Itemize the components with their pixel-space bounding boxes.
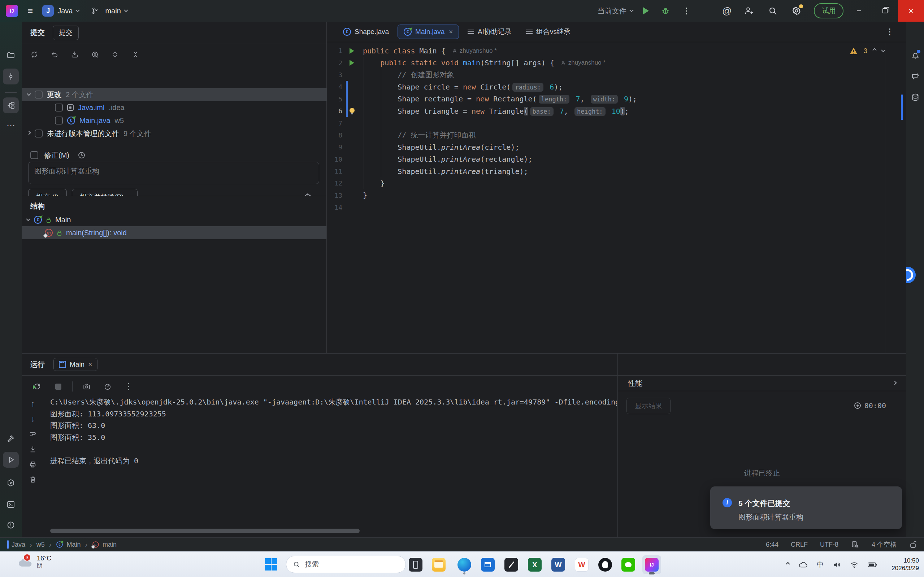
taskbar-app-store[interactable]: [478, 555, 497, 574]
breadcrumb-item-w5[interactable]: w5: [37, 541, 45, 548]
taskbar-app-paint[interactable]: [502, 555, 521, 574]
breadcrumb-item-Java[interactable]: Java: [7, 541, 25, 548]
tool-window-button-database[interactable]: [907, 90, 923, 105]
file-search-icon[interactable]: [851, 540, 859, 549]
tool-window-button-build[interactable]: [3, 430, 19, 446]
breadcrumb-item-Main[interactable]: CMain: [56, 540, 81, 548]
editor-options-kebab[interactable]: ⋮: [885, 27, 894, 37]
taskbar-app-word[interactable]: W: [549, 555, 568, 574]
clear-icon[interactable]: [27, 474, 39, 486]
rollback-icon[interactable]: [48, 48, 61, 61]
project-widget[interactable]: J Java: [42, 5, 79, 16]
chevron-down-icon[interactable]: [26, 217, 30, 221]
code-line-11[interactable]: 11 ShapeUtil.printArea(triangle);: [327, 165, 906, 177]
taskbar-app-phone-link[interactable]: [406, 555, 425, 574]
structure-class-row[interactable]: C Main: [22, 213, 326, 226]
up-icon[interactable]: ↑: [27, 398, 39, 410]
settings-button[interactable]: [790, 4, 803, 17]
tool-window-button-run[interactable]: [3, 452, 19, 467]
run-config-selector[interactable]: 当前文件: [598, 6, 633, 16]
taskbar-app-file-explorer[interactable]: [429, 555, 448, 574]
code-line-1[interactable]: 1public class Main {zhuyanshuo *: [327, 45, 906, 56]
taskbar-clock[interactable]: 10:50 2026/3/29: [892, 557, 919, 572]
taskbar-app-intellij[interactable]: IJ: [642, 555, 661, 574]
code-line-3[interactable]: 3 // 创建图形对象: [327, 69, 906, 81]
close-icon[interactable]: ×: [88, 361, 92, 368]
debug-button[interactable]: [659, 4, 672, 17]
code-line-7[interactable]: 7: [327, 117, 906, 129]
down-icon[interactable]: ↓: [27, 413, 39, 425]
file-checkbox[interactable]: [55, 103, 63, 111]
main-menu-button[interactable]: ≡: [27, 6, 33, 16]
scroll-end-icon[interactable]: [27, 443, 39, 455]
tool-window-button-project-folder[interactable]: [3, 47, 19, 63]
soft-wrap-icon[interactable]: [27, 428, 39, 440]
chevron-down-icon[interactable]: [27, 92, 31, 96]
intention-bulb-icon[interactable]: [349, 108, 355, 113]
volume-icon[interactable]: [833, 561, 841, 568]
console-output[interactable]: C:\Users\朱彦硕\.jdks\openjdk-25.0.2\bin\ja…: [50, 397, 617, 468]
refresh-icon[interactable]: [27, 48, 41, 61]
ai-assistant-button[interactable]: @: [722, 5, 732, 16]
chevron-right-icon[interactable]: [27, 131, 31, 135]
console-horizontal-scrollbar[interactable]: [50, 529, 360, 533]
tool-window-button-more[interactable]: ⋯: [3, 118, 19, 134]
editor-tab-Shape.java[interactable]: CShape.java: [337, 25, 395, 39]
commit-message-input[interactable]: 图形面积计算器重构: [28, 162, 319, 184]
profiler-camera-icon[interactable]: [80, 380, 94, 393]
changed-file-row[interactable]: Java.iml.idea: [22, 101, 327, 114]
taskbar-app-qq[interactable]: [596, 555, 615, 574]
taskbar-app-wps[interactable]: W: [572, 555, 591, 574]
code-line-14[interactable]: 14: [327, 201, 906, 213]
caret-position[interactable]: 6:44: [766, 541, 779, 548]
indent-setting[interactable]: 4 个空格: [872, 540, 897, 549]
tool-window-button-problems[interactable]: [3, 517, 19, 533]
unversioned-checkbox[interactable]: [35, 129, 43, 137]
file-checkbox[interactable]: [55, 116, 63, 124]
taskbar-search[interactable]: 搜索: [286, 556, 406, 573]
minimize-button[interactable]: −: [846, 0, 872, 22]
network-icon[interactable]: [850, 561, 858, 568]
code-line-9[interactable]: 9 ShapeUtil.printArea(circle);: [327, 141, 906, 153]
changes-checkbox[interactable]: [35, 90, 43, 98]
rerun-icon[interactable]: [30, 380, 44, 393]
history-clock-icon[interactable]: [75, 149, 88, 162]
changed-file-row[interactable]: CMain.javaw5: [22, 114, 327, 127]
close-icon[interactable]: ×: [449, 28, 453, 36]
stop-icon[interactable]: [51, 380, 65, 393]
taskbar-app-excel[interactable]: X: [525, 555, 544, 574]
code-with-me-button[interactable]: [742, 4, 755, 17]
print-icon[interactable]: [27, 458, 39, 471]
tool-window-button-structure[interactable]: [3, 97, 19, 113]
commit-changes-icon[interactable]: [68, 48, 82, 61]
weather-widget[interactable]: 3 16°C 阴: [18, 554, 51, 570]
run-line-icon[interactable]: [349, 48, 354, 54]
battery-icon[interactable]: [867, 562, 877, 567]
code-line-5[interactable]: 5 Shape rectangle = new Rectangle(length…: [327, 93, 906, 105]
editor-tab-组合vs继承[interactable]: 组合vs继承: [520, 24, 576, 39]
line-separator[interactable]: CRLF: [791, 541, 808, 548]
editor-tab-Main.java[interactable]: CMain.java×: [397, 24, 459, 39]
run-line-icon[interactable]: [349, 60, 354, 66]
file-encoding[interactable]: UTF-8: [820, 541, 838, 548]
taskbar-app-wechat[interactable]: [619, 555, 638, 574]
start-button[interactable]: [265, 558, 277, 571]
more-vertical-icon[interactable]: ⋮: [122, 380, 136, 393]
chevron-right-icon[interactable]: [893, 381, 897, 385]
tool-window-button-notifications[interactable]: [907, 47, 923, 63]
notification-toast[interactable]: i 5 个文件已提交 图形面积计算器重构: [710, 487, 902, 529]
show-results-button[interactable]: 显示结果: [627, 398, 670, 414]
amend-checkbox[interactable]: [30, 151, 38, 159]
trial-button[interactable]: 试用: [814, 3, 843, 18]
unlock-icon[interactable]: [909, 540, 918, 549]
collapse-all-icon[interactable]: [129, 48, 142, 61]
code-line-12[interactable]: 12 }: [327, 177, 906, 189]
commit-tab[interactable]: 提交: [53, 26, 79, 40]
code-line-4[interactable]: 4 Shape circle = new Circle(radius: 6);: [327, 81, 906, 93]
more-actions-button[interactable]: ⋮: [682, 6, 691, 16]
tool-window-button-ai-assistant[interactable]: [907, 69, 923, 84]
structure-method-row[interactable]: m main(String[]): void: [22, 226, 326, 239]
editor-tab-AI协助记录[interactable]: AI协助记录: [462, 24, 517, 39]
code-editor[interactable]: 1public class Main {zhuyanshuo *2 public…: [327, 45, 906, 213]
maximize-button[interactable]: [872, 0, 898, 22]
